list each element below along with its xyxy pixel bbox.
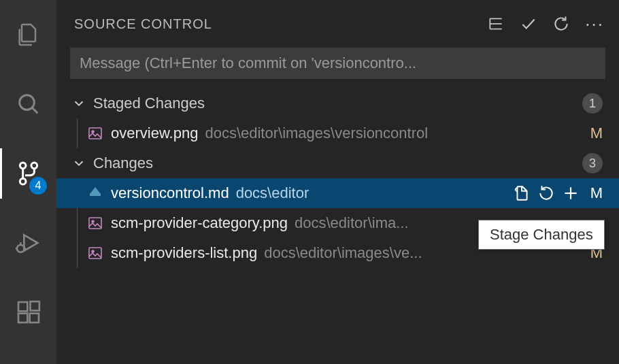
activity-bar: 4 — [0, 0, 56, 364]
more-actions-button[interactable]: ··· — [585, 15, 604, 33]
image-file-icon — [86, 214, 104, 232]
commit-message-input[interactable] — [80, 54, 596, 72]
explorer-tab[interactable] — [0, 10, 56, 60]
svg-point-3 — [20, 163, 26, 169]
refresh-icon — [552, 15, 570, 33]
svg-rect-25 — [89, 218, 101, 229]
search-icon — [15, 90, 42, 118]
section-label: Staged Changes — [93, 95, 582, 112]
scm-badge: 4 — [29, 177, 47, 195]
file-row[interactable]: versioncontrol.md docs\editor M — [56, 178, 619, 208]
staged-count-badge: 1 — [582, 93, 603, 114]
view-as-tree-button[interactable] — [487, 15, 505, 33]
svg-point-4 — [20, 178, 26, 184]
svg-point-0 — [19, 95, 34, 110]
image-file-icon — [86, 244, 104, 262]
svg-rect-12 — [29, 314, 38, 322]
refresh-button[interactable] — [552, 15, 570, 33]
markdown-file-icon — [86, 184, 104, 202]
changes-header[interactable]: Changes 3 — [56, 148, 619, 178]
svg-rect-20 — [89, 128, 101, 139]
chevron-down-icon — [71, 96, 86, 111]
svg-rect-27 — [89, 248, 101, 259]
section-label: Changes — [93, 154, 582, 172]
svg-point-28 — [92, 250, 94, 252]
files-icon — [15, 21, 42, 48]
row-actions — [513, 184, 580, 202]
debug-icon — [15, 229, 42, 257]
discard-changes-button[interactable] — [537, 184, 555, 202]
status-modified: M — [586, 125, 603, 142]
stage-changes-button[interactable] — [562, 184, 580, 202]
svg-point-2 — [31, 163, 37, 169]
commit-button[interactable] — [520, 15, 537, 33]
file-row[interactable]: overview.png docs\editor\images\versionc… — [56, 118, 619, 148]
svg-line-1 — [32, 107, 37, 113]
list-tree-icon — [487, 15, 505, 33]
status-modified: M — [586, 184, 603, 202]
svg-marker-5 — [24, 235, 37, 250]
staged-changes-header[interactable]: Staged Changes 1 — [56, 88, 619, 118]
svg-rect-11 — [18, 314, 27, 322]
file-name: versioncontrol.md — [111, 184, 229, 202]
svg-point-21 — [92, 131, 94, 133]
source-control-tab[interactable]: 4 — [0, 148, 56, 199]
go-to-file-icon — [513, 184, 531, 202]
changes-count-badge: 3 — [582, 153, 603, 173]
svg-rect-13 — [30, 301, 39, 310]
file-name: scm-provider-category.png — [111, 214, 288, 232]
panel-header: SOURCE CONTROL ··· — [56, 5, 619, 42]
extensions-icon — [15, 299, 42, 326]
file-name: scm-providers-list.png — [111, 244, 257, 262]
file-name: overview.png — [111, 125, 198, 142]
extensions-tab[interactable] — [0, 287, 56, 337]
file-path: docs\editor\images\versioncontrol — [205, 125, 586, 142]
source-control-panel: SOURCE CONTROL ··· — [56, 0, 619, 364]
svg-rect-22 — [90, 194, 101, 196]
file-path: docs\editor — [236, 184, 507, 202]
chevron-down-icon — [71, 156, 86, 171]
panel-actions: ··· — [487, 15, 604, 33]
check-icon — [520, 15, 537, 33]
discard-icon — [537, 184, 555, 202]
search-tab[interactable] — [0, 79, 56, 129]
plus-icon — [562, 184, 580, 202]
panel-title: SOURCE CONTROL — [74, 16, 487, 32]
run-debug-tab[interactable] — [0, 218, 56, 268]
tooltip: Stage Changes — [478, 220, 605, 250]
svg-point-26 — [92, 220, 94, 222]
svg-rect-10 — [18, 302, 27, 311]
image-file-icon — [86, 125, 104, 142]
open-file-button[interactable] — [513, 184, 531, 202]
commit-message-box[interactable] — [70, 48, 605, 79]
